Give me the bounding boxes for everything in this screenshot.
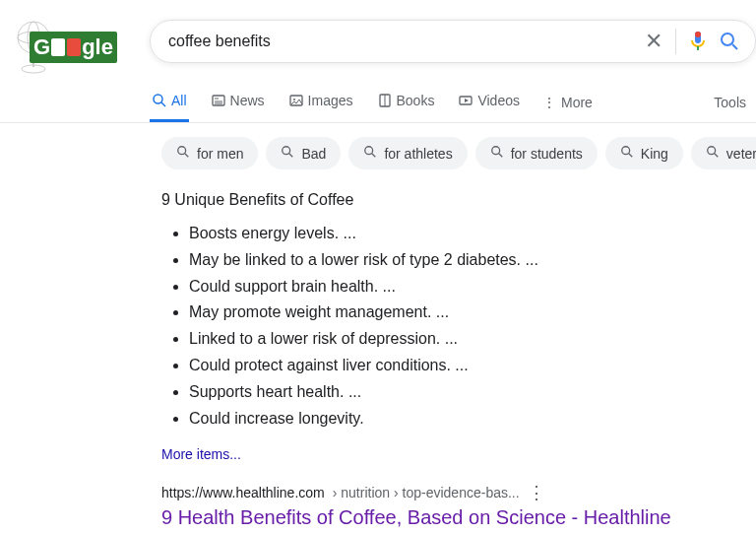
search-bar[interactable]: ✕ <box>150 20 756 63</box>
tab-label: Books <box>397 93 435 108</box>
snippet-item: May promote weight management. ... <box>189 300 756 326</box>
svg-point-23 <box>283 147 290 155</box>
tab-all[interactable]: All <box>150 83 189 122</box>
search-icon <box>176 145 190 162</box>
snippet-item: Supports heart health. ... <box>189 379 756 406</box>
chip-veterans[interactable]: veterans <box>691 137 756 169</box>
snippet-item: Could increase longevity. <box>189 406 756 433</box>
svg-rect-6 <box>695 32 701 37</box>
tab-label: All <box>171 93 187 108</box>
svg-line-9 <box>732 44 737 49</box>
svg-point-8 <box>722 33 733 45</box>
svg-line-26 <box>372 154 376 158</box>
search-icon <box>706 145 720 162</box>
snippet-item: Could support brain health. ... <box>189 274 756 300</box>
tab-news[interactable]: News <box>209 83 267 122</box>
tab-videos[interactable]: Videos <box>456 83 522 122</box>
tab-images[interactable]: Images <box>286 83 355 122</box>
chip-for-athletes[interactable]: for athletes <box>348 137 467 169</box>
chip-label: for men <box>197 146 243 162</box>
snippet-item: Could protect against liver conditions. … <box>189 353 756 379</box>
tab-label: Images <box>308 93 353 108</box>
search-input[interactable] <box>168 33 642 50</box>
books-icon <box>377 93 393 108</box>
search-icon <box>281 145 294 162</box>
more-dots-icon: ⋮ <box>541 95 557 110</box>
svg-point-31 <box>708 147 716 155</box>
google-logo[interactable]: Ggle <box>12 20 120 75</box>
search-column: ✕ All News Images B <box>150 20 756 122</box>
related-chips: for menBadfor athletesfor studentsKingve… <box>161 137 756 169</box>
svg-point-17 <box>293 99 295 100</box>
svg-line-28 <box>498 154 502 158</box>
result-url: https://www.healthline.com › nutrition ›… <box>161 484 756 501</box>
header: Ggle ✕ All News Imag <box>0 0 756 123</box>
result-menu-icon[interactable]: ⋮ <box>528 484 545 501</box>
videos-icon <box>458 93 473 108</box>
chip-label: Bad <box>301 146 326 162</box>
featured-snippet-heading: 9 Unique Benefits of Coffee <box>161 191 756 209</box>
svg-line-24 <box>289 154 293 158</box>
svg-line-30 <box>629 154 633 158</box>
svg-point-25 <box>365 147 373 155</box>
tab-more[interactable]: ⋮ More <box>541 95 593 110</box>
chip-label: King <box>641 146 668 162</box>
tab-label: Videos <box>477 93 520 108</box>
search-icon <box>620 145 634 162</box>
tab-label: News <box>230 93 265 108</box>
snippet-item: Boosts energy levels. ... <box>189 221 756 247</box>
chip-for-students[interactable]: for students <box>475 137 598 169</box>
content: for menBadfor athletesfor studentsKingve… <box>161 123 756 533</box>
chip-label: for athletes <box>384 146 452 162</box>
chip-king[interactable]: King <box>605 137 683 169</box>
snippet-item: May be linked to a lower risk of type 2 … <box>189 247 756 274</box>
snippet-item: Linked to a lower risk of depression. ..… <box>189 326 756 353</box>
chip-for-men[interactable]: for men <box>161 137 258 169</box>
tab-label: More <box>561 95 593 110</box>
search-icon <box>152 93 167 108</box>
result-path: › nutrition › top-evidence-bas... <box>333 485 520 500</box>
svg-line-22 <box>185 154 189 158</box>
tabs: All News Images Books Videos ⋮ More <box>150 83 756 122</box>
search-icon <box>363 145 377 162</box>
chip-label: for students <box>511 146 583 162</box>
featured-snippet-list: Boosts energy levels. ...May be linked t… <box>161 221 756 432</box>
search-icon <box>490 145 504 162</box>
svg-point-21 <box>178 147 186 155</box>
result-domain[interactable]: https://www.healthline.com <box>161 485 325 500</box>
svg-point-29 <box>622 147 630 155</box>
tab-tools[interactable]: Tools <box>714 85 746 121</box>
svg-point-10 <box>154 95 162 103</box>
divider <box>675 29 676 54</box>
search-icon[interactable] <box>718 30 741 53</box>
tab-books[interactable]: Books <box>375 83 437 122</box>
news-icon <box>211 93 226 108</box>
images-icon <box>288 93 304 108</box>
more-items-link[interactable]: More items... <box>161 446 241 462</box>
chip-label: veterans <box>726 146 756 162</box>
chip-bad[interactable]: Bad <box>266 137 341 169</box>
result-title[interactable]: 9 Health Benefits of Coffee, Based on Sc… <box>161 506 756 529</box>
clear-icon[interactable]: ✕ <box>642 30 665 53</box>
svg-point-27 <box>491 147 499 155</box>
svg-line-32 <box>715 154 719 158</box>
svg-line-11 <box>161 102 165 106</box>
mic-icon[interactable] <box>686 30 710 53</box>
